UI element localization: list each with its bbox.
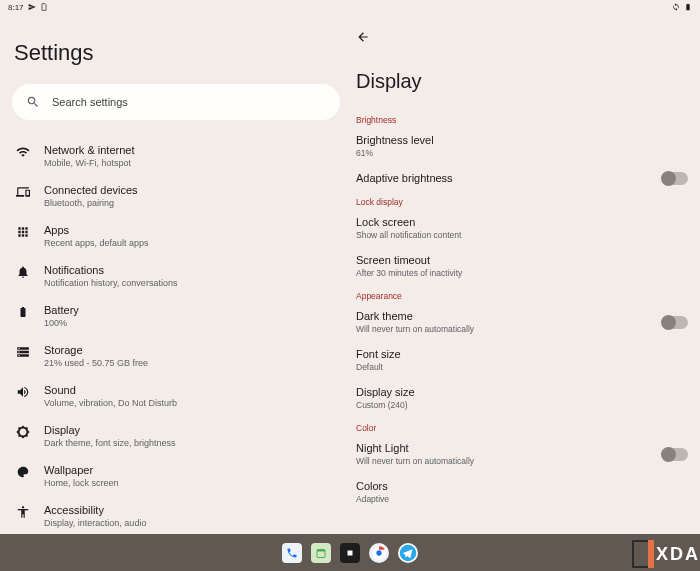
row-sub: Show all notification content xyxy=(356,230,461,241)
search-icon xyxy=(26,95,40,109)
section-header-color: Color xyxy=(352,423,690,441)
svg-rect-2 xyxy=(348,550,353,555)
taskbar-app-dark[interactable] xyxy=(340,543,360,563)
sidebar-item-label: Wallpaper xyxy=(44,463,119,477)
sidebar-item-sub: Home, lock screen xyxy=(44,478,119,489)
sidebar-item-sound[interactable]: SoundVolume, vibration, Do Not Disturb xyxy=(12,376,340,416)
sidebar-item-connected[interactable]: Connected devicesBluetooth, pairing xyxy=(12,176,340,216)
rotate-status-icon xyxy=(672,3,680,11)
taskbar-app-chrome[interactable] xyxy=(369,543,389,563)
row-label: Screen timeout xyxy=(356,253,462,267)
taskbar-app-calendar[interactable] xyxy=(311,543,331,563)
row-night-light[interactable]: Night LightWill never turn on automatica… xyxy=(352,441,690,479)
svg-rect-1 xyxy=(317,549,325,551)
taskbar-app-phone[interactable] xyxy=(282,543,302,563)
row-display-size[interactable]: Display sizeCustom (240) xyxy=(352,385,690,423)
sidebar-item-label: Notifications xyxy=(44,263,177,277)
sidebar-item-label: Network & internet xyxy=(44,143,134,157)
search-input[interactable] xyxy=(52,96,326,108)
taskbar: XDA xyxy=(0,534,700,571)
apps-icon xyxy=(16,225,30,239)
row-colors[interactable]: ColorsAdaptive xyxy=(352,479,690,517)
section-header-lock: Lock display xyxy=(352,197,690,215)
sidebar-item-sub: Recent apps, default apps xyxy=(44,238,149,249)
row-sub: 61% xyxy=(356,148,434,159)
toggle-night-light[interactable] xyxy=(662,448,688,461)
sidebar-item-label: Storage xyxy=(44,343,148,357)
back-button[interactable] xyxy=(352,14,690,48)
sidebar-item-sub: Mobile, Wi-Fi, hotspot xyxy=(44,158,134,169)
row-sub: Will never turn on automatically xyxy=(356,324,474,335)
status-bar: 8:17 xyxy=(0,0,700,14)
sidebar-item-sub: Bluetooth, pairing xyxy=(44,198,138,209)
row-label: Lock screen xyxy=(356,215,461,229)
toggle-adaptive-brightness[interactable] xyxy=(662,172,688,185)
file-status-icon xyxy=(40,3,48,11)
sidebar-item-wallpaper[interactable]: WallpaperHome, lock screen xyxy=(12,456,340,496)
devices-icon xyxy=(16,185,30,199)
row-brightness-level[interactable]: Brightness level61% xyxy=(352,133,690,171)
watermark-logo-icon xyxy=(632,540,652,568)
row-label: Display size xyxy=(356,385,415,399)
row-label: Adaptive brightness xyxy=(356,171,453,185)
row-sub: Custom (240) xyxy=(356,400,415,411)
sidebar-item-label: Sound xyxy=(44,383,177,397)
section-header-appearance: Appearance xyxy=(352,291,690,309)
battery-status-icon xyxy=(684,3,692,11)
section-header-brightness: Brightness xyxy=(352,115,690,133)
toggle-dark-theme[interactable] xyxy=(662,316,688,329)
row-adaptive-brightness[interactable]: Adaptive brightness xyxy=(352,171,690,197)
sidebar-item-label: Connected devices xyxy=(44,183,138,197)
sidebar-item-sub: 100% xyxy=(44,318,79,329)
settings-title: Settings xyxy=(12,14,340,84)
settings-sidebar: Settings Network & internetMobile, Wi-Fi… xyxy=(0,14,352,534)
sidebar-item-notifications[interactable]: NotificationsNotification history, conve… xyxy=(12,256,340,296)
bell-icon xyxy=(16,265,30,279)
arrow-back-icon xyxy=(356,30,370,44)
row-label: Night Light xyxy=(356,441,474,455)
volume-icon xyxy=(16,385,30,399)
sidebar-item-label: Display xyxy=(44,423,176,437)
row-label: Dark theme xyxy=(356,309,474,323)
palette-icon xyxy=(16,465,30,479)
row-dark-theme[interactable]: Dark themeWill never turn on automatical… xyxy=(352,309,690,347)
sidebar-item-sub: Volume, vibration, Do Not Disturb xyxy=(44,398,177,409)
sidebar-item-sub: Notification history, conversations xyxy=(44,278,177,289)
sidebar-item-label: Apps xyxy=(44,223,149,237)
row-label: Brightness level xyxy=(356,133,434,147)
status-time: 8:17 xyxy=(8,3,24,12)
row-sub: Will never turn on automatically xyxy=(356,456,474,467)
wifi-icon xyxy=(16,145,30,159)
row-sub: After 30 minutes of inactivity xyxy=(356,268,462,279)
sidebar-item-sub: Display, interaction, audio xyxy=(44,518,146,529)
sidebar-item-sub: 21% used - 50.75 GB free xyxy=(44,358,148,369)
sidebar-item-sub: Dark theme, font size, brightness xyxy=(44,438,176,449)
search-bar[interactable] xyxy=(12,84,340,120)
sidebar-item-label: Accessibility xyxy=(44,503,146,517)
sidebar-item-storage[interactable]: Storage21% used - 50.75 GB free xyxy=(12,336,340,376)
sidebar-item-label: Battery xyxy=(44,303,79,317)
row-label: Font size xyxy=(356,347,401,361)
row-sub: Adaptive xyxy=(356,494,389,505)
detail-title: Display xyxy=(352,48,690,115)
storage-icon xyxy=(16,345,30,359)
sidebar-item-apps[interactable]: AppsRecent apps, default apps xyxy=(12,216,340,256)
sidebar-item-display[interactable]: DisplayDark theme, font size, brightness xyxy=(12,416,340,456)
row-screen-timeout[interactable]: Screen timeoutAfter 30 minutes of inacti… xyxy=(352,253,690,291)
sidebar-item-battery[interactable]: Battery100% xyxy=(12,296,340,336)
watermark: XDA xyxy=(632,540,700,568)
watermark-text: XDA xyxy=(656,544,700,565)
accessibility-icon xyxy=(16,505,30,519)
row-font-size[interactable]: Font sizeDefault xyxy=(352,347,690,385)
sidebar-item-network[interactable]: Network & internetMobile, Wi-Fi, hotspot xyxy=(12,136,340,176)
taskbar-app-telegram[interactable] xyxy=(398,543,418,563)
telegram-status-icon xyxy=(28,3,36,11)
row-sub: Default xyxy=(356,362,401,373)
battery-icon xyxy=(16,305,30,319)
main-content: Settings Network & internetMobile, Wi-Fi… xyxy=(0,14,700,534)
row-label: Colors xyxy=(356,479,389,493)
detail-pane: Display Brightness Brightness level61% A… xyxy=(352,14,700,534)
sidebar-item-accessibility[interactable]: AccessibilityDisplay, interaction, audio xyxy=(12,496,340,534)
row-lock-screen[interactable]: Lock screenShow all notification content xyxy=(352,215,690,253)
brightness-icon xyxy=(16,425,30,439)
